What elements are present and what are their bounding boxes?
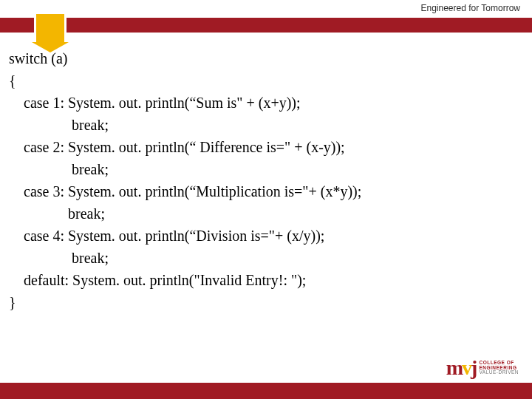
code-line: default: System. out. println("Invalid E… <box>9 269 523 291</box>
code-block: switch (a) { case 1: System. out. printl… <box>9 47 523 313</box>
code-line: { <box>9 69 523 92</box>
code-line: break; <box>9 114 523 136</box>
code-line: case 3: System. out. println(“Multiplica… <box>9 180 523 202</box>
corner-tab <box>34 12 66 44</box>
code-line: break; <box>9 247 523 269</box>
code-line: case 1: System. out. println(“Sum is" + … <box>9 92 523 114</box>
code-line: case 4: System. out. println(“Division i… <box>9 225 523 247</box>
code-line: switch (a) <box>9 47 523 69</box>
header-bar <box>0 18 532 33</box>
logo-v: v <box>462 356 471 379</box>
logo-line3: value-driven <box>479 370 519 375</box>
footer-logo: mvj COLLEGE OF ENGINEERING value-driven <box>446 356 519 380</box>
code-line: case 2: System. out. println(“ Differenc… <box>9 136 523 158</box>
header-tagline: Engineered for Tomorrow <box>420 3 520 13</box>
code-line: break; <box>9 158 523 180</box>
code-line: } <box>9 291 523 313</box>
logo-m: m <box>446 356 462 379</box>
logo-text: COLLEGE OF ENGINEERING value-driven <box>479 361 519 375</box>
code-line: break; <box>9 202 523 225</box>
footer-bar <box>0 383 532 399</box>
logo-mark: mvj <box>446 356 477 380</box>
logo-j: j <box>471 356 476 379</box>
